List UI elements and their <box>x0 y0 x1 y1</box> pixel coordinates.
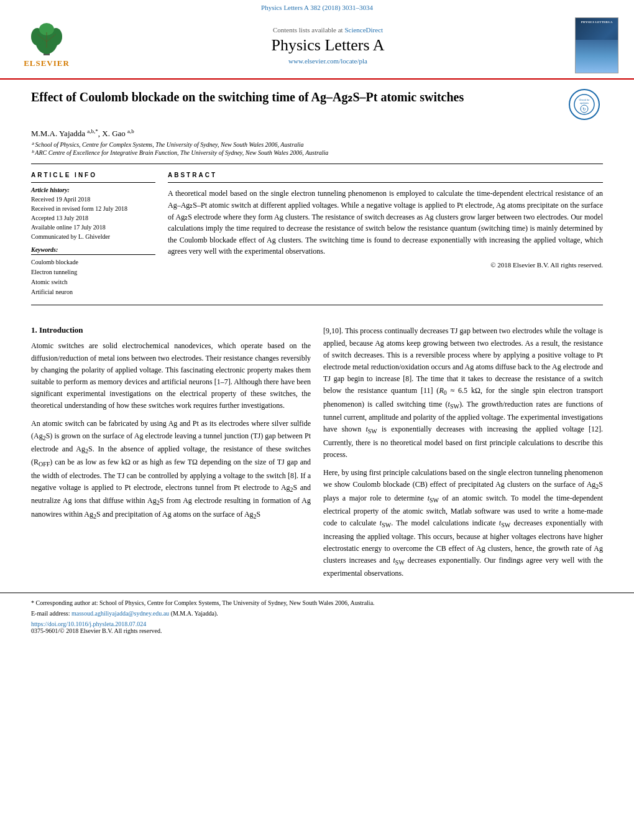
elsevier-logo: ELSEVIER <box>12 23 81 68</box>
revised-date: Received in revised form 12 July 2018 <box>31 204 155 213</box>
email-label-text: E-mail address: <box>31 610 70 617</box>
keyword-1: Coulomb blockade <box>31 257 155 267</box>
journal-header: ELSEVIER Contents lists available at Sci… <box>0 12 634 80</box>
authors-line: M.M.A. Yajadda a,b,*, X. Gao a,b <box>31 128 603 139</box>
svg-text:↻: ↻ <box>582 107 586 111</box>
divider-before-body <box>31 305 603 305</box>
cover-title-text: PHYSICS LETTERS A <box>577 21 617 24</box>
keyword-4: Artificial neuron <box>31 287 155 297</box>
right-paragraph-1: [9,10]. This process continually decreas… <box>323 325 603 461</box>
elsevier-wordmark: ELSEVIER <box>24 58 70 68</box>
article-info-abstract-section: ARTICLE INFO Article history: Received 1… <box>31 172 603 297</box>
cover-artwork <box>576 40 618 73</box>
email-link[interactable]: massoud.aghiliyajadda@sydney.edu.au <box>71 610 169 617</box>
communicated-by: Communicated by L. Ghivelder <box>31 232 155 241</box>
footer-copyright: 0375-9601/© 2018 Elsevier B.V. All right… <box>0 627 634 634</box>
author-names: M.M.A. Yajadda a,b,*, X. Gao a,b <box>31 129 134 138</box>
affiliation-b: ᵇ ARC Centre of Excellence for Integrati… <box>31 149 603 156</box>
keyword-3: Atomic switch <box>31 277 155 287</box>
body-section: 1. Introduction Atomic switches are soli… <box>0 325 634 586</box>
abstract-text: A theoretical model based on the single … <box>168 188 603 257</box>
abstract-divider <box>168 182 603 183</box>
keywords-divider <box>31 254 155 255</box>
doi-link[interactable]: https://doi.org/10.1016/j.physleta.2018.… <box>31 621 146 627</box>
divider-after-affiliations <box>31 164 603 164</box>
paper-container: Effect of Coulomb blockade on the switch… <box>0 80 634 325</box>
svg-point-8 <box>574 95 594 114</box>
footnote-area: * Corresponding author at: School of Phy… <box>0 593 634 618</box>
abstract-column: ABSTRACT A theoretical model based on th… <box>168 172 603 297</box>
journal-title: Physics Letters A <box>81 36 575 55</box>
check-circle-icon: Check for updates ↻ <box>569 89 600 120</box>
article-info-column: ARTICLE INFO Article history: Received 1… <box>31 172 155 297</box>
footer-doi[interactable]: https://doi.org/10.1016/j.physleta.2018.… <box>0 619 634 627</box>
journal-reference: Physics Letters A 382 (2018) 3031–3034 <box>0 0 634 12</box>
paper-title: Effect of Coulomb blockade on the switch… <box>31 89 563 105</box>
contents-text: Contents lists available at <box>273 26 343 34</box>
affiliation-a: ᵃ School of Physics, Centre for Complex … <box>31 141 603 148</box>
elsevier-tree-icon <box>25 23 68 57</box>
journal-cover: PHYSICS LETTERS A <box>575 17 622 73</box>
abstract-heading: ABSTRACT <box>168 172 603 178</box>
intro-paragraph-1: Atomic switches are solid electrochemica… <box>31 340 311 412</box>
intro-paragraph-2: An atomic switch can be fabricated by us… <box>31 418 311 522</box>
intro-section-title: 1. Introduction <box>31 325 311 335</box>
journal-info-center: Contents lists available at ScienceDirec… <box>81 26 575 65</box>
journal-ref-text: Physics Letters A 382 (2018) 3031–3034 <box>261 4 373 11</box>
history-label: Article history: <box>31 187 155 193</box>
right-paragraph-2: Here, by using first principle calculati… <box>323 467 603 580</box>
svg-text:updates: updates <box>580 101 589 104</box>
footnote-star: * Corresponding author at: School of Phy… <box>31 598 603 607</box>
contents-available-line: Contents lists available at ScienceDirec… <box>81 26 575 34</box>
article-info-divider <box>31 182 155 183</box>
copyright-line: © 2018 Elsevier B.V. All rights reserved… <box>168 261 603 269</box>
email-suffix: (M.M.A. Yajadda). <box>171 610 218 617</box>
keyword-2: Electron tunneling <box>31 267 155 277</box>
body-right-column: [9,10]. This process continually decreas… <box>323 325 603 586</box>
journal-cover-image: PHYSICS LETTERS A <box>575 17 618 73</box>
check-for-updates-badge[interactable]: Check for updates ↻ <box>569 89 603 123</box>
body-left-column: 1. Introduction Atomic switches are soli… <box>31 325 311 586</box>
accepted-date: Accepted 13 July 2018 <box>31 213 155 223</box>
received-date: Received 19 April 2018 <box>31 195 155 204</box>
available-online-date: Available online 17 July 2018 <box>31 223 155 232</box>
keywords-label: Keywords: <box>31 246 155 253</box>
journal-url[interactable]: www.elsevier.com/locate/pla <box>81 57 575 65</box>
paper-title-section: Effect of Coulomb blockade on the switch… <box>31 89 603 123</box>
footnote-email: E-mail address: massoud.aghiliyajadda@sy… <box>31 609 603 618</box>
sciencedirect-link[interactable]: ScienceDirect <box>344 26 383 34</box>
article-info-heading: ARTICLE INFO <box>31 172 155 178</box>
